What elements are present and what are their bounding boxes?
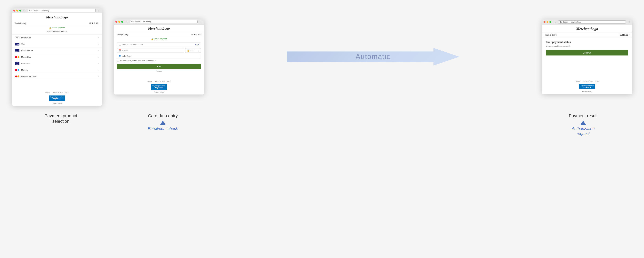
footer-terms-2[interactable]: Terms of use [154, 80, 165, 82]
traffic-light-green[interactable] [19, 9, 21, 11]
remember-checkbox[interactable] [117, 60, 119, 62]
footer-terms-3[interactable]: Terms of use [582, 80, 593, 82]
ingenico-box-3: Payment powered by ingenico [579, 84, 595, 89]
chevron-right-mastercard: › [98, 56, 99, 58]
s3-tl-yellow[interactable] [546, 21, 548, 23]
merchant-logo-2: MerchantLogo [114, 26, 204, 30]
footer-faq-3[interactable]: FAQ [595, 80, 599, 82]
payment-method-visa[interactable]: VISA Visa › [12, 41, 102, 47]
merchant-logo-1: MerchantLogo [12, 15, 102, 19]
s3-tl-green[interactable] [550, 21, 552, 23]
mc-debit-icon [15, 75, 20, 78]
addressbar-2[interactable]: Not Secure — payment.g... [130, 20, 198, 23]
visa-debit-label: Visa Debit [21, 62, 30, 65]
s3-forward-btn[interactable]: › [555, 21, 556, 23]
s2-tl-red[interactable] [116, 21, 117, 23]
visa-electron-label: Visa Electron [21, 50, 33, 52]
auth-label: Authorizationrequest [572, 126, 595, 136]
payment-method-mastercard[interactable]: MasterCard › [12, 54, 102, 60]
person-icon: 👤 [119, 55, 121, 57]
order-bar-2: Total (1 item): EUR 1.00 ▾ [114, 32, 204, 37]
result-message: Your payment is successful. [546, 45, 628, 47]
select-payment-label: Select payment method [12, 29, 102, 34]
card-icon: ▬ [119, 44, 121, 46]
traffic-light-red[interactable] [13, 9, 15, 11]
order-amount-2: EUR 1.00 ▾ [192, 33, 201, 36]
screen1-content: MerchantLogo Total (1 item): EUR 1.00 ▾ … [12, 13, 102, 106]
footer-faq-2[interactable]: FAQ [167, 80, 170, 82]
card-number-field[interactable]: ▬ **** **** **** **** VISA [117, 42, 201, 47]
addressbar-1[interactable]: Not Secure — payment.g... [28, 9, 96, 12]
payment-methods-list: DC Diners Club › VISA [12, 34, 102, 80]
s2-forward-btn[interactable]: › [127, 20, 128, 23]
mastercard-icon [15, 55, 20, 59]
url-text-1: Not Secure — payment.g... [29, 9, 51, 11]
cancel-link[interactable]: Cancel [117, 70, 201, 72]
browser-nav: ‹ › [23, 9, 26, 12]
chevron-right-visa-electron: › [98, 50, 99, 51]
footer-links-1: Home Terms of use FAQ [12, 90, 102, 95]
chevron-right-diners: › [98, 37, 99, 39]
mc-debit-label: MasterCard Debit [21, 75, 36, 78]
screen3-titlebar: ‹ › Not Secure — payment.g... ⬆ [542, 19, 632, 25]
traffic-light-yellow[interactable] [16, 9, 18, 11]
merchant-header-3: MerchantLogo [542, 25, 632, 33]
url-text-3: Not Secure — payment.g... [560, 21, 581, 23]
payment-method-diners[interactable]: DC Diners Club › [12, 34, 102, 41]
share-icon: ⬆ [98, 9, 100, 11]
footer-home-2[interactable]: Home [147, 80, 152, 82]
privacy-link-1[interactable]: Privacy policy [12, 102, 102, 106]
visa-label: Visa [21, 43, 25, 45]
ingenico-badge-3: Payment powered by ingenico [542, 83, 632, 90]
s2-tl-green[interactable] [121, 21, 123, 23]
pay-button[interactable]: Pay [117, 64, 201, 69]
s3-back-btn[interactable]: ‹ [554, 21, 554, 23]
bottom-captions: Payment productselection Card data entry… [12, 110, 632, 136]
expiry-field[interactable]: 📅 MM/YY [117, 48, 184, 53]
lock-icon-1: 🔒 [49, 27, 51, 29]
cvv-field[interactable]: 🔒 123 ? [185, 48, 201, 53]
arrow-label: Automatic [356, 52, 390, 61]
remember-row: Remember my details for future purchases… [117, 60, 201, 62]
remember-help-icon[interactable]: ? [155, 60, 156, 62]
diners-label: Diners Club [21, 37, 32, 39]
addressbar-3[interactable]: Not Secure — payment.g... [558, 20, 626, 23]
ingenico-line2-2: ingenico [152, 87, 166, 89]
footer-home-1[interactable]: Home [45, 92, 50, 93]
auth-section: Authorizationrequest [572, 121, 595, 136]
footer-home-3[interactable]: Home [576, 80, 580, 82]
enrollment-label: Enrollment check [148, 126, 178, 131]
s3-browser-nav: ‹ › [554, 21, 556, 23]
s3-tl-red[interactable] [544, 21, 546, 23]
footer-faq-1[interactable]: FAQ [65, 92, 68, 93]
visa-debit-icon: VISAdebit [15, 62, 20, 65]
footer-terms-1[interactable]: Terms of use [52, 92, 62, 93]
payment-method-visa-debit[interactable]: VISAdebit Visa Debit › [12, 60, 102, 67]
url-text-2: Not Secure — payment.g... [131, 21, 153, 23]
forward-btn[interactable]: › [25, 9, 26, 12]
name-field[interactable]: 👤 John Doe [117, 54, 201, 58]
card-brand-label: VISA [195, 44, 199, 46]
order-label-3: Total (1 item): [545, 34, 557, 36]
privacy-link-2[interactable]: Privacy policy [114, 90, 204, 94]
result-content: Your payment status Your payment is succ… [542, 37, 632, 59]
continue-button[interactable]: Continue [546, 50, 628, 55]
chevron-right-visa-debit: › [98, 62, 99, 64]
chevron-down-icon-1: ▾ [98, 22, 99, 24]
visa-icon: VISA [15, 42, 20, 46]
s2-back-btn[interactable]: ‹ [126, 20, 126, 23]
payment-method-mc-debit[interactable]: MasterCard Debit › [12, 73, 102, 80]
payment-method-visa-electron[interactable]: VISAelectron Visa Electron › [12, 47, 102, 54]
back-btn[interactable]: ‹ [23, 9, 24, 12]
arrow-area: Automatic [204, 48, 542, 65]
s2-tl-yellow[interactable] [118, 21, 120, 23]
diners-icon: DC [15, 36, 20, 39]
privacy-link-3[interactable]: Privacy policy [542, 90, 632, 94]
caption-2: Card data entry Enrollment check [118, 110, 208, 131]
auth-up-arrow [580, 121, 586, 125]
remember-label: Remember my details for future purchases [120, 60, 154, 62]
order-label-2: Total (1 item): [116, 33, 128, 36]
caption-1: Payment productselection [16, 110, 106, 124]
cvv-help-icon[interactable]: ? [198, 49, 199, 51]
payment-method-maestro[interactable]: Maestro › [12, 67, 102, 73]
